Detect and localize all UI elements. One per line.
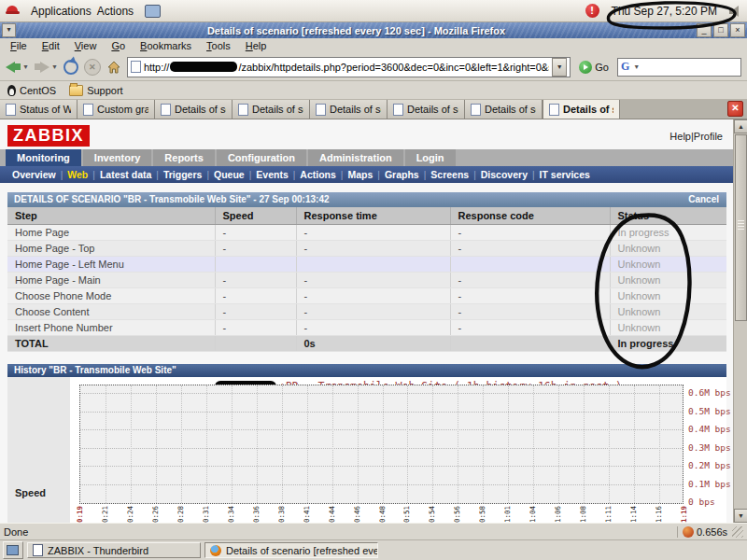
x-axis-label: 00:38 bbox=[277, 506, 286, 523]
tab-7[interactable]: Details of sce... bbox=[465, 100, 543, 119]
sub-nav-web[interactable]: Web bbox=[63, 169, 92, 180]
maximize-button[interactable]: □ bbox=[713, 23, 728, 37]
panel-menu-applications[interactable]: Applications bbox=[28, 5, 94, 18]
scroll-up-arrow[interactable]: ▲ bbox=[734, 119, 747, 133]
menu-help[interactable]: Help bbox=[239, 40, 274, 51]
menu-edit[interactable]: Edit bbox=[35, 40, 66, 51]
grid-line-v bbox=[358, 385, 359, 503]
stop-button[interactable]: ✕ bbox=[84, 59, 101, 76]
screenshot-applet-icon[interactable] bbox=[145, 5, 161, 18]
main-nav-configuration[interactable]: Configuration bbox=[217, 149, 306, 166]
tab-5[interactable]: Details of sce... bbox=[310, 100, 388, 119]
show-desktop-button[interactable] bbox=[3, 541, 23, 559]
zabbix-logo[interactable]: ZABBIX bbox=[7, 125, 90, 147]
url-text[interactable]: http:// /zabbix/httpdetails.php?period=3… bbox=[144, 62, 549, 73]
forward-button[interactable]: ▼ bbox=[35, 62, 58, 73]
volume-icon[interactable] bbox=[729, 6, 741, 17]
cell-response_code: - bbox=[450, 241, 610, 257]
sub-nav-screens[interactable]: Screens bbox=[426, 169, 473, 180]
main-nav-inventory[interactable]: Inventory bbox=[83, 149, 152, 166]
main-nav-login[interactable]: Login bbox=[405, 149, 456, 166]
search-bar[interactable]: G ▼ bbox=[617, 58, 741, 77]
sub-nav-graphs[interactable]: Graphs bbox=[380, 169, 424, 180]
x-axis-label: 01:16 bbox=[655, 506, 663, 523]
cell-step: TOTAL bbox=[7, 336, 215, 352]
sub-nav-events[interactable]: Events bbox=[251, 169, 292, 180]
sub-nav-overview[interactable]: Overview bbox=[7, 169, 61, 180]
gnome-taskbar: ZABBIX - ThunderbirdDetails of scenario … bbox=[0, 539, 747, 560]
cell-status: Unknown bbox=[610, 257, 726, 273]
update-alert-icon[interactable]: ! bbox=[585, 4, 599, 18]
reload-button[interactable] bbox=[63, 60, 78, 75]
cancel-link[interactable]: Cancel bbox=[688, 192, 719, 207]
search-engine-dropdown[interactable]: ▼ bbox=[633, 63, 640, 70]
panel-menus: ApplicationsActions bbox=[28, 5, 136, 18]
sub-nav-triggers[interactable]: Triggers bbox=[159, 169, 206, 180]
go-button[interactable]: Go bbox=[576, 61, 612, 74]
main-nav-administration[interactable]: Administration bbox=[308, 149, 403, 166]
back-button[interactable]: ▼ bbox=[6, 62, 29, 73]
task-button-2[interactable]: Details of scenario [refreshed eve bbox=[204, 542, 378, 558]
sub-nav-queue[interactable]: Queue bbox=[209, 169, 249, 180]
tab-8[interactable]: Details of sc... bbox=[543, 100, 620, 119]
cell-speed: - bbox=[215, 273, 296, 288]
menu-tools[interactable]: Tools bbox=[200, 40, 237, 51]
task-button-1[interactable]: ZABBIX - Thunderbird bbox=[27, 542, 201, 558]
panel-menu-actions[interactable]: Actions bbox=[94, 5, 136, 18]
x-axis-label: 00:41 bbox=[303, 506, 311, 523]
table-row: Home Page - Left MenuUnknown bbox=[7, 257, 726, 273]
tab-close-button[interactable]: ✕ bbox=[727, 101, 743, 117]
menu-bookmarks[interactable]: Bookmarks bbox=[134, 40, 198, 51]
scrollbar-thumb[interactable] bbox=[735, 134, 747, 321]
sub-nav-actions[interactable]: Actions bbox=[295, 169, 341, 180]
zabbix-sub-nav: Overview|Web|Latest data|Triggers|Queue|… bbox=[0, 166, 733, 183]
resize-grip[interactable] bbox=[732, 526, 743, 538]
tab-page-icon bbox=[6, 104, 16, 116]
panel-clock[interactable]: Thu Sep 27, 5:20 PM bbox=[608, 5, 721, 18]
bookmark-centos[interactable]: CentOS bbox=[7, 85, 56, 96]
bookmark-label: CentOS bbox=[20, 85, 56, 96]
tab-6[interactable]: Details of sce... bbox=[388, 100, 465, 119]
window-titlebar[interactable]: ▾ Details of scenario [refreshed every 1… bbox=[0, 22, 747, 38]
menu-file[interactable]: File bbox=[4, 40, 34, 51]
column-header-response-time: Response time bbox=[296, 207, 450, 225]
cell-step: Choose Phone Mode bbox=[7, 288, 215, 304]
redhat-menu-icon[interactable] bbox=[6, 5, 20, 17]
cell-speed: - bbox=[215, 320, 296, 336]
menu-go[interactable]: Go bbox=[105, 40, 132, 51]
scroll-down-arrow[interactable]: ▼ bbox=[734, 509, 747, 523]
main-nav-monitoring[interactable]: Monitoring bbox=[6, 149, 81, 166]
tab-1[interactable]: Status of Web... bbox=[0, 100, 78, 119]
folder-icon bbox=[69, 85, 83, 96]
vertical-scrollbar[interactable]: ▲ ▼ bbox=[733, 119, 747, 523]
sub-nav-discovery[interactable]: Discovery bbox=[476, 169, 532, 180]
url-bar[interactable]: http:// /zabbix/httpdetails.php?period=3… bbox=[127, 57, 571, 77]
grid-line-v bbox=[257, 385, 258, 503]
home-button[interactable] bbox=[106, 60, 121, 75]
x-axis-label: 00:31 bbox=[202, 506, 210, 523]
minimize-button[interactable]: _ bbox=[697, 23, 712, 37]
y-axis-label: 0.2M bps bbox=[688, 460, 731, 470]
sub-nav-maps[interactable]: Maps bbox=[343, 169, 377, 180]
cell-response_time: - bbox=[296, 320, 450, 336]
search-input[interactable] bbox=[641, 61, 738, 74]
x-axis-label: 01:11 bbox=[604, 506, 613, 523]
main-nav-reports[interactable]: Reports bbox=[153, 149, 215, 166]
cell-response_code: - bbox=[450, 225, 610, 241]
gnome-top-panel: ApplicationsActions ! Thu Sep 27, 5:20 P… bbox=[0, 0, 747, 22]
grid-line-v bbox=[282, 385, 283, 503]
tab-3[interactable]: Details of sce... bbox=[155, 100, 233, 119]
help-profile-links[interactable]: Help|Profile bbox=[669, 131, 723, 142]
bookmark-support[interactable]: Support bbox=[69, 85, 123, 96]
tab-4[interactable]: Details of sce... bbox=[233, 100, 310, 119]
menu-view[interactable]: View bbox=[68, 40, 104, 51]
sub-nav-latest-data[interactable]: Latest data bbox=[95, 169, 156, 180]
task-button-label: ZABBIX - Thunderbird bbox=[48, 545, 148, 556]
grid-line-v bbox=[307, 385, 308, 503]
window-menu-button[interactable]: ▾ bbox=[2, 23, 16, 37]
url-dropdown-button[interactable]: ▼ bbox=[552, 58, 567, 77]
column-header-step: Step bbox=[7, 207, 215, 225]
tab-2[interactable]: Custom graphs bbox=[78, 100, 155, 119]
sub-nav-it-services[interactable]: IT services bbox=[535, 169, 595, 180]
close-button[interactable]: × bbox=[730, 23, 745, 37]
